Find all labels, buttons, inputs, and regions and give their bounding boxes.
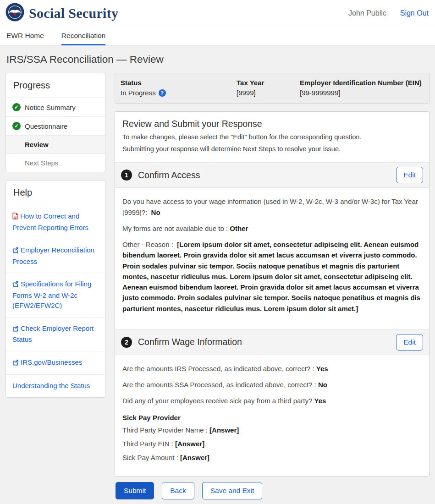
section-header-confirm-access: 1 Confirm Access Edit: [115, 162, 429, 188]
brand-wordmark: Social Security: [29, 5, 118, 21]
page-footer: If you have additional questions, please…: [0, 499, 435, 504]
progress-item-label: Notice Summary: [25, 104, 76, 111]
help-link-label: IRS.gov/Businesses: [21, 358, 82, 366]
tax-year-value: [9999]: [237, 89, 300, 97]
qa-line: Other - Reason : [Lorem ipsum dolor sit …: [122, 239, 422, 314]
section-body-confirm-wage-information: Are the amounts IRS Processed, as indica…: [115, 355, 429, 477]
section-number-badge: 1: [121, 170, 132, 181]
help-link-label: Check Employer Report Status: [12, 324, 94, 344]
help-link-specifications-efw2[interactable]: Specifications for Filing Forms W-2 and …: [6, 273, 105, 318]
external-link-icon: [12, 247, 19, 255]
progress-item-label: Review: [25, 141, 49, 148]
external-link-icon: [12, 325, 19, 333]
progress-item-questionnaire[interactable]: ✓ Questionnaire: [6, 117, 105, 136]
question-text: Did any of your employees receive sick p…: [122, 397, 312, 405]
edit-confirm-access-button[interactable]: Edit: [396, 167, 423, 183]
answer-text: [Answer]: [209, 426, 239, 434]
status-summary-bar: Status In Progress ? Tax Year [9999] Emp…: [115, 73, 429, 104]
answer-text: [Lorem ipsum dolor sit amet, consectetur…: [122, 241, 420, 312]
status-label: Status: [121, 79, 237, 87]
question-text: Are the amounts SSA Processed, as indica…: [122, 381, 316, 389]
edit-confirm-wage-information-button[interactable]: Edit: [396, 334, 423, 351]
progress-item-next-steps: Next Steps: [6, 154, 105, 172]
section-title: Confirm Access: [138, 170, 390, 181]
external-link-icon: [12, 281, 19, 289]
help-card: Help How to Correct and Prevent Reportin…: [6, 180, 105, 398]
qa-line: Sick Pay Amount : [Answer]: [122, 452, 422, 463]
help-link-correct-prevent-errors[interactable]: How to Correct and Prevent Reporting Err…: [6, 205, 105, 239]
ein-label: Employer Identification Number (EIN): [300, 79, 424, 87]
help-link-employer-reconciliation-process[interactable]: Employer Reconciliation Process: [6, 239, 105, 273]
help-link-label: How to Correct and Prevent Reporting Err…: [12, 212, 88, 231]
external-link-icon: [12, 359, 19, 367]
progress-title: Progress: [6, 73, 105, 98]
question-text: Third Party EIN :: [122, 440, 173, 448]
review-title: Review and Submit your Response: [122, 119, 422, 129]
help-title: Help: [6, 181, 105, 205]
question-text: Other - Reason :: [122, 241, 173, 248]
review-instruction: To make changes, please select the "Edit…: [122, 132, 422, 142]
answer-text: Yes: [316, 365, 328, 373]
nav-tab-ewr-home[interactable]: EWR Home: [6, 26, 44, 45]
ssa-seal-logo-icon: [6, 3, 24, 23]
answer-text: [Answer]: [180, 454, 209, 461]
page-title: IRS/SSA Reconciliation — Review: [6, 46, 429, 73]
answer-text: No: [318, 381, 327, 389]
question-circle-icon[interactable]: ?: [159, 89, 166, 97]
help-link-label: Employer Reconciliation Process: [12, 246, 94, 265]
form-actions: Submit Back Save and Exit: [116, 482, 429, 499]
review-card: Review and Submit your Response To make …: [115, 111, 429, 477]
question-text: My forms are not available due to :: [122, 225, 228, 232]
progress-item-notice-summary[interactable]: ✓ Notice Summary: [6, 98, 105, 117]
primary-nav: EWR Home Reconciliation: [0, 26, 435, 46]
help-link-understanding-the-status[interactable]: Understanding the Status: [6, 375, 105, 397]
status-value: In Progress: [121, 89, 156, 97]
answer-text: Other: [230, 225, 248, 232]
help-link-check-employer-report-status[interactable]: Check Employer Report Status: [6, 318, 105, 351]
qa-line: Third Party Provider Name : [Answer]: [122, 425, 422, 435]
help-link-label: Specifications for Filing Forms W-2 and …: [12, 280, 91, 309]
qa-line: Do you have access to your wage informat…: [122, 196, 422, 218]
section-title: Confirm Wage Information: [138, 337, 390, 347]
answer-text: Yes: [314, 397, 326, 405]
question-text: Third Party Provider Name :: [122, 426, 208, 434]
question-text: Sick Pay Amount :: [122, 454, 178, 461]
qa-line: Did any of your employees receive sick p…: [122, 395, 422, 406]
check-circle-icon: ✓: [12, 122, 21, 130]
section-number-badge: 2: [121, 337, 132, 348]
qa-line: Third Party EIN : [Answer]: [122, 438, 422, 449]
answer-text: [Answer]: [175, 440, 204, 448]
help-link-irs-gov-businesses[interactable]: IRS.gov/Businesses: [6, 351, 105, 375]
back-button[interactable]: Back: [162, 482, 194, 499]
ein-value: [99-9999999]: [300, 89, 424, 97]
progress-item-review: Review: [6, 136, 105, 154]
qa-line: Are the amounts IRS Processed, as indica…: [122, 363, 422, 374]
qa-line: My forms are not available due to : Othe…: [122, 223, 422, 234]
submit-button[interactable]: Submit: [116, 482, 154, 499]
sign-out-link[interactable]: Sign Out: [400, 9, 429, 17]
check-circle-icon: ✓: [12, 103, 21, 111]
save-and-exit-button[interactable]: Save and Exit: [202, 482, 263, 499]
nav-tab-reconciliation[interactable]: Reconciliation: [61, 26, 106, 45]
user-name: John Public: [348, 9, 386, 17]
tax-year-label: Tax Year: [237, 79, 300, 87]
brand: Social Security: [6, 3, 118, 23]
sick-pay-provider-heading: Sick Pay Provider: [122, 414, 422, 422]
question-text: Are the amounts IRS Processed, as indica…: [122, 365, 314, 373]
progress-item-label: Questionnaire: [25, 122, 67, 130]
question-text: Do you have access to your wage informat…: [122, 197, 418, 216]
progress-item-label: Next Steps: [25, 159, 58, 167]
pdf-icon: [12, 213, 18, 221]
answer-text: No: [151, 208, 160, 216]
section-header-confirm-wage-information: 2 Confirm Wage Information Edit: [115, 329, 429, 355]
qa-line: Are the amounts SSA Processed, as indica…: [122, 379, 422, 390]
section-body-confirm-access: Do you have access to your wage informat…: [115, 188, 429, 329]
review-instruction: Submitting your response will determine …: [122, 144, 422, 154]
app-header: Social Security John Public Sign Out: [0, 0, 435, 26]
progress-card: Progress ✓ Notice Summary ✓ Questionnair…: [6, 73, 105, 172]
